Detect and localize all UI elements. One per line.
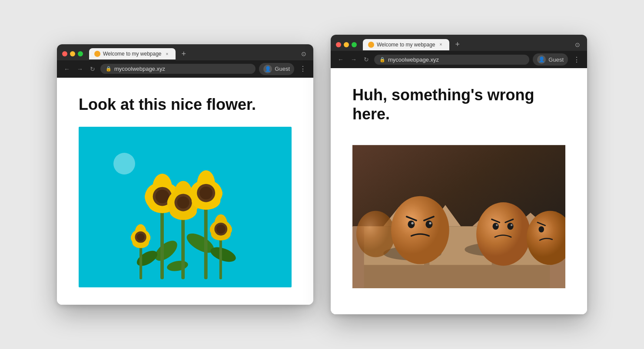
- user-avatar-1: 👤: [263, 65, 272, 73]
- traffic-lights-2: [336, 42, 357, 47]
- sunflower-image: [79, 127, 292, 287]
- traffic-lights-1: [62, 51, 83, 56]
- browser-chrome-2: Welcome to my webpage × + ⊙ ← → ↻ 🔒 myco…: [331, 35, 587, 68]
- svg-point-64: [391, 196, 449, 264]
- address-bar-2: ← → ↻ 🔒 mycoolwebpage.xyz 👤 Guest ⋮: [331, 51, 587, 68]
- user-avatar-2: 👤: [537, 55, 546, 64]
- page-image-2: [352, 136, 565, 297]
- active-tab-1[interactable]: Welcome to my webpage ×: [89, 48, 176, 59]
- svg-point-25: [177, 197, 189, 209]
- close-button-1[interactable]: [62, 51, 67, 56]
- url-text-2: mycoolwebpage.xyz: [388, 56, 439, 63]
- forward-btn-1[interactable]: →: [75, 65, 85, 73]
- new-tab-btn-2[interactable]: +: [452, 38, 464, 51]
- page-heading-2: Huh, something's wrong here.: [352, 86, 565, 123]
- lock-icon-1: 🔒: [106, 66, 112, 72]
- back-btn-2[interactable]: ←: [336, 55, 345, 64]
- lock-icon-2: 🔒: [379, 57, 385, 63]
- active-tab-2[interactable]: Welcome to my webpage ×: [363, 39, 449, 50]
- svg-point-69: [411, 222, 413, 224]
- svg-point-17: [156, 190, 169, 204]
- overflow-icon-1[interactable]: ⊙: [299, 49, 308, 59]
- reload-btn-1[interactable]: ↻: [88, 65, 97, 73]
- overflow-icon-2[interactable]: ⊙: [573, 40, 582, 50]
- maximize-button-2[interactable]: [352, 42, 357, 47]
- svg-point-33: [199, 187, 212, 200]
- svg-point-41: [216, 224, 226, 234]
- svg-point-74: [493, 223, 499, 230]
- url-bar-2[interactable]: 🔒 mycoolwebpage.xyz: [374, 55, 529, 65]
- browser-window-1: Welcome to my webpage × + ⊙ ← → ↻ 🔒 myco…: [57, 44, 313, 305]
- svg-point-75: [507, 223, 513, 230]
- new-tab-btn-1[interactable]: +: [178, 48, 190, 60]
- address-bar-1: ← → ↻ 🔒 mycoolwebpage.xyz 👤 Guest ⋮: [57, 60, 313, 78]
- user-label-2: Guest: [548, 56, 564, 63]
- page-content-2: Huh, something's wrong here.: [331, 68, 587, 314]
- svg-point-67: [408, 221, 415, 228]
- tab-close-btn-1[interactable]: ×: [164, 51, 170, 57]
- minimize-button-1[interactable]: [70, 51, 75, 56]
- svg-point-68: [425, 221, 432, 228]
- tab-title-1: Welcome to my webpage: [103, 51, 162, 57]
- maximize-button-1[interactable]: [78, 51, 83, 56]
- browser-window-2: Welcome to my webpage × + ⊙ ← → ↻ 🔒 myco…: [331, 35, 587, 314]
- tab-favicon-1: [94, 51, 100, 57]
- page-image-1: [79, 127, 292, 287]
- svg-point-0: [152, 237, 181, 265]
- url-text-1: mycoolwebpage.xyz: [114, 66, 165, 72]
- svg-point-71: [476, 202, 531, 266]
- svg-point-80: [539, 226, 544, 232]
- page-heading-1: Look at this nice flower.: [79, 95, 292, 114]
- tab-title-2: Welcome to my webpage: [377, 42, 435, 48]
- forward-btn-2[interactable]: →: [349, 55, 359, 64]
- more-btn-2[interactable]: ⋮: [571, 55, 582, 65]
- browser-chrome-1: Welcome to my webpage × + ⊙ ← → ↻ 🔒 myco…: [57, 44, 313, 78]
- tab-favicon-2: [368, 42, 374, 48]
- reload-btn-2[interactable]: ↻: [362, 55, 371, 64]
- svg-point-77: [511, 224, 512, 226]
- user-label-1: Guest: [275, 66, 290, 72]
- minimize-button-2[interactable]: [344, 42, 349, 47]
- more-btn-1[interactable]: ⋮: [298, 64, 308, 74]
- svg-point-49: [137, 233, 145, 241]
- url-bar-1[interactable]: 🔒 mycoolwebpage.xyz: [100, 64, 256, 74]
- user-btn-1[interactable]: 👤 Guest: [259, 63, 294, 75]
- svg-point-70: [429, 222, 431, 224]
- sunflower-svg: [79, 127, 292, 287]
- tab-bar-2: Welcome to my webpage × + ⊙: [331, 35, 587, 51]
- page-content-1: Look at this nice flower.: [57, 78, 313, 305]
- eggs-svg: [352, 136, 565, 297]
- svg-point-76: [496, 224, 498, 226]
- back-btn-1[interactable]: ←: [62, 65, 72, 73]
- close-button-2[interactable]: [336, 42, 341, 47]
- tab-close-btn-2[interactable]: ×: [438, 42, 444, 48]
- svg-point-4: [166, 259, 189, 273]
- user-btn-2[interactable]: 👤 Guest: [533, 53, 568, 66]
- svg-point-63: [356, 211, 395, 257]
- svg-rect-52: [352, 265, 565, 288]
- tab-bar-1: Welcome to my webpage × + ⊙: [57, 44, 313, 60]
